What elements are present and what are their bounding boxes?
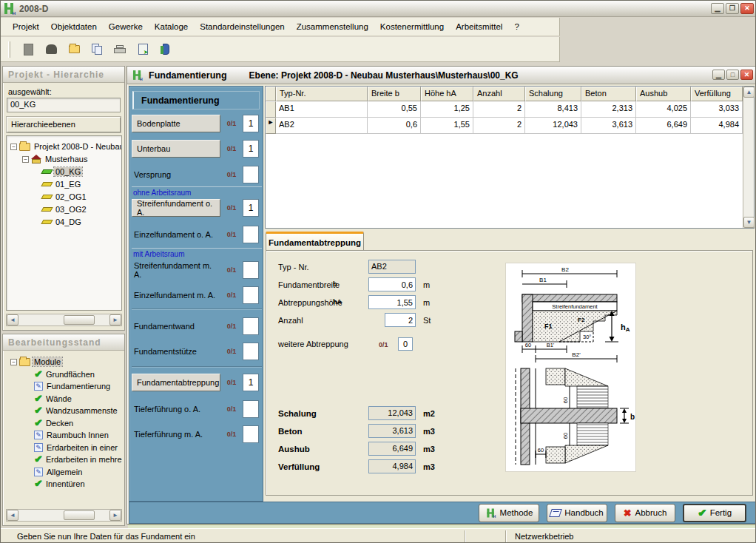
module-item[interactable]: ✔Wände <box>34 393 73 405</box>
collapse-icon[interactable]: − <box>10 144 17 150</box>
scroll-right-icon[interactable]: ► <box>109 314 121 326</box>
handbuch-button[interactable]: Handbuch <box>547 504 607 522</box>
restore-button[interactable]: ❐ <box>726 3 739 14</box>
methode-button[interactable]: H Methode <box>479 504 539 522</box>
tree-node-module[interactable]: − Module <box>10 356 62 368</box>
module-item[interactable]: ✔Innentüren <box>34 478 87 490</box>
progress-panel-title[interactable]: Bearbeitungsstand <box>3 334 124 351</box>
open-folder-icon[interactable] <box>66 41 82 58</box>
table-vscrollbar[interactable]: ▲ ▼ <box>743 87 754 228</box>
tree-node-project[interactable]: − Projekt 2008-D - Neubau <box>10 141 122 152</box>
scroll-thumb[interactable] <box>64 315 95 325</box>
col-breite[interactable]: Breite b <box>368 87 421 101</box>
scroll-left-icon[interactable]: ◄ <box>7 510 18 521</box>
module-item[interactable]: ✔Decken <box>34 417 75 429</box>
save-icon[interactable] <box>43 41 59 58</box>
menu-gewerke[interactable]: Gewerke <box>103 20 149 33</box>
fundamentstuetze-count-input[interactable] <box>243 343 259 360</box>
streifenfundament-ma-count-input[interactable] <box>243 261 259 279</box>
copy-icon[interactable] <box>89 41 105 58</box>
fundamentabtreppung-button[interactable]: Fundamentabtreppung <box>132 374 220 391</box>
menu-kataloge[interactable]: Kataloge <box>149 20 194 33</box>
col-verfuellung[interactable]: Verfüllung <box>691 87 743 101</box>
fundamentwand-label[interactable]: Fundamentwand <box>132 322 220 331</box>
scroll-right-icon[interactable]: ► <box>109 510 121 521</box>
fertig-button[interactable]: ✔ Fertig <box>683 504 746 522</box>
export-icon[interactable] <box>135 41 151 58</box>
hierarchy-panel-title[interactable]: Projekt - Hierarchie <box>3 67 124 83</box>
table-row[interactable]: AB1 0,55 1,25 2 8,413 2,313 4,025 3,033 <box>266 101 743 118</box>
mdi-maximize-button[interactable]: □ <box>726 70 739 80</box>
einzelfundament-ma-count-input[interactable] <box>243 286 259 304</box>
streifenfundament-oa-button[interactable]: Streifenfundament o. A. <box>132 199 220 217</box>
scroll-thumb[interactable] <box>64 510 95 520</box>
tree-node-00-kg[interactable]: 00_KG <box>42 166 82 178</box>
col-typ-nr[interactable]: Typ-Nr. <box>276 87 368 101</box>
table-row-selected[interactable]: ► AB2 0,6 1,55 2 12,043 3,613 6,649 4,98… <box>266 118 743 134</box>
collapse-icon[interactable]: − <box>10 359 17 365</box>
module-item[interactable]: ✎Erdarbeiten in einer <box>34 442 119 453</box>
tree-node-03-og2[interactable]: 03_OG2 <box>42 203 88 215</box>
versprung-count-input[interactable] <box>243 166 259 183</box>
module-item[interactable]: ✔Wandzusammenste <box>34 405 119 416</box>
tab-fundamentabtreppung[interactable]: Fundamentabtreppung <box>266 232 364 251</box>
tieferfuehrung-oa-label[interactable]: Tieferführung o. A. <box>132 405 220 414</box>
collapse-icon[interactable]: − <box>22 156 29 163</box>
menu-projekt[interactable]: Projekt <box>7 20 45 33</box>
print-icon[interactable] <box>112 41 128 58</box>
tree-node-01-eg[interactable]: 01_EG <box>42 178 82 190</box>
bodenplatte-button[interactable]: Bodenplatte <box>132 115 220 132</box>
tieferfuehrung-ma-label[interactable]: Tieferführung m. A. <box>132 430 220 439</box>
einzelfundament-oa-count-input[interactable] <box>243 226 259 243</box>
fundamentstuetze-label[interactable]: Fundamentstütze <box>132 347 220 356</box>
hoehe-input[interactable] <box>368 295 416 309</box>
unterbau-count-input[interactable] <box>243 140 259 158</box>
einzelfundament-ma-label[interactable]: Einzelfundament m. A. <box>132 291 220 300</box>
module-item[interactable]: ✔Erdarbeiten in mehre <box>34 453 122 465</box>
menu-kostenermittlung[interactable]: Kostenermittlung <box>374 20 450 33</box>
module-item[interactable]: ✎Fundamentierung <box>34 380 112 392</box>
scroll-left-icon[interactable]: ◄ <box>7 314 18 326</box>
exit-icon[interactable] <box>158 41 174 58</box>
tree-node-04-dg[interactable]: 04_DG <box>42 216 83 228</box>
mdi-minimize-button[interactable]: ▁ <box>712 70 725 80</box>
close-button[interactable]: ✕ <box>740 3 754 14</box>
module-item[interactable]: ✎Raumbuch Innen <box>34 429 110 441</box>
menu-standardeinstellungen[interactable]: Standardeinstellungen <box>194 20 290 33</box>
minimize-button[interactable]: ▁ <box>711 3 724 14</box>
tree-node-02-og1[interactable]: 02_OG1 <box>42 191 88 203</box>
weitere-input[interactable] <box>398 337 413 351</box>
fundamentwand-count-input[interactable] <box>243 317 259 335</box>
tieferfuehrung-ma-count-input[interactable] <box>243 425 259 443</box>
tree-node-musterhaus[interactable]: − Musterhaus <box>22 153 89 165</box>
fundamentabtreppung-count-input[interactable] <box>243 374 259 391</box>
menu-zusammenstellung[interactable]: Zusammenstellung <box>291 20 374 33</box>
bodenplatte-count-input[interactable] <box>243 115 259 132</box>
tieferfuehrung-oa-count-input[interactable] <box>243 400 259 418</box>
unterbau-button[interactable]: Unterbau <box>132 140 220 158</box>
col-hoehe[interactable]: Höhe hA <box>421 87 473 101</box>
versprung-label[interactable]: Versprung <box>132 170 220 179</box>
module-item[interactable]: ✔Grundflächen <box>34 368 96 380</box>
col-schalung[interactable]: Schalung <box>525 87 581 101</box>
menu-objektdaten[interactable]: Objektdaten <box>45 20 103 33</box>
anzahl-input[interactable] <box>385 313 416 327</box>
progress-hscrollbar[interactable]: ◄ ► <box>6 509 122 522</box>
einzelfundament-oa-label[interactable]: Einzelfundament o. A. <box>132 230 220 239</box>
menu-arbeitsmittel[interactable]: Arbeitsmittel <box>450 20 508 33</box>
check-icon: ✔ <box>34 370 42 379</box>
menu-help[interactable]: ? <box>508 20 524 33</box>
new-document-icon[interactable] <box>20 41 36 58</box>
col-beton[interactable]: Beton <box>581 87 636 101</box>
col-aushub[interactable]: Aushub <box>636 87 691 101</box>
scroll-down-icon[interactable]: ▼ <box>743 217 755 228</box>
col-anzahl[interactable]: Anzahl <box>473 87 525 101</box>
scroll-up-icon[interactable]: ▲ <box>743 87 755 98</box>
streifenfundament-ma-label[interactable]: Streifenfundament m. A. <box>132 261 220 279</box>
breite-input[interactable] <box>368 277 416 291</box>
hierarchy-hscrollbar[interactable]: ◄ ► <box>6 314 122 326</box>
module-item[interactable]: ✎Allgemein <box>34 466 84 478</box>
abbruch-button[interactable]: ✖ Abbruch <box>615 504 675 522</box>
streifenfundament-oa-count-input[interactable] <box>243 199 259 217</box>
mdi-close-button[interactable]: ✕ <box>740 70 753 80</box>
